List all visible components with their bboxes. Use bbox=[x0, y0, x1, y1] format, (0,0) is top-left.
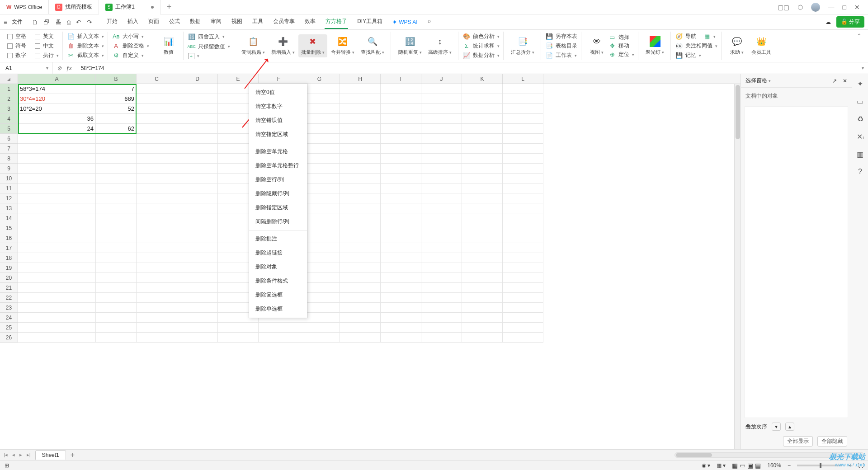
rowhead-10[interactable]: 10 bbox=[0, 174, 18, 183]
colhead-J[interactable]: J bbox=[421, 74, 462, 84]
cell-L17[interactable] bbox=[503, 243, 543, 253]
cell-B2[interactable]: 689 bbox=[96, 94, 137, 104]
cell-J22[interactable] bbox=[421, 293, 462, 303]
cell-K9[interactable] bbox=[462, 164, 503, 174]
cell-H7[interactable] bbox=[340, 144, 381, 154]
colhead-B[interactable]: B bbox=[96, 74, 137, 84]
cell-D19[interactable] bbox=[177, 263, 218, 273]
cell-J11[interactable] bbox=[421, 183, 462, 193]
cell-C25[interactable] bbox=[137, 323, 177, 333]
name-box[interactable]: A1 ▾ bbox=[0, 62, 52, 74]
cell-L15[interactable] bbox=[503, 223, 543, 233]
hamburger-icon[interactable]: ≡ bbox=[4, 19, 7, 26]
cell-D4[interactable] bbox=[177, 114, 218, 124]
cell-H6[interactable] bbox=[340, 134, 381, 144]
quick-btn-3[interactable]: ⎙ bbox=[67, 19, 71, 26]
cell-D16[interactable] bbox=[177, 233, 218, 243]
quick-btn-1[interactable]: 🗗 bbox=[43, 19, 50, 26]
cell-I5[interactable] bbox=[381, 124, 421, 134]
cell-K26[interactable] bbox=[462, 333, 503, 343]
cell-A1[interactable]: 58*3=174 bbox=[18, 84, 96, 94]
cell-K1[interactable] bbox=[462, 84, 503, 94]
file-menu[interactable]: 文件 bbox=[12, 18, 23, 26]
cell-L20[interactable] bbox=[503, 273, 543, 283]
btn-memtool[interactable]: 👑会员工具 bbox=[749, 34, 774, 57]
cell-D9[interactable] bbox=[177, 164, 218, 174]
cell-B21[interactable] bbox=[96, 283, 137, 293]
cell-B14[interactable] bbox=[96, 213, 137, 223]
cell-K11[interactable] bbox=[462, 183, 503, 193]
cell-J10[interactable] bbox=[421, 174, 462, 183]
cell-J24[interactable] bbox=[421, 313, 462, 323]
quick-btn-4[interactable]: ↶ bbox=[76, 19, 81, 26]
cell-I11[interactable] bbox=[381, 183, 421, 193]
cell-A19[interactable] bbox=[18, 263, 96, 273]
rowhead-5[interactable]: 5 bbox=[0, 124, 18, 134]
btn-round[interactable]: 四舍五入 bbox=[198, 33, 220, 41]
cell-J4[interactable] bbox=[421, 114, 462, 124]
sidetool-2[interactable]: ♻ bbox=[857, 115, 863, 123]
search-icon[interactable]: ⌕ bbox=[427, 15, 432, 29]
overlap-windows-icon[interactable]: ▢▢ bbox=[778, 4, 789, 11]
cell-H22[interactable] bbox=[340, 293, 381, 303]
btn-watchsame[interactable]: 关注相同值 bbox=[685, 42, 712, 50]
cell-I3[interactable] bbox=[381, 104, 421, 114]
cell-H18[interactable] bbox=[340, 253, 381, 263]
cell-C3[interactable] bbox=[137, 104, 177, 114]
cell-H2[interactable] bbox=[340, 94, 381, 104]
cell-A9[interactable] bbox=[18, 164, 96, 174]
cell-E25[interactable] bbox=[218, 323, 259, 333]
cell-B25[interactable] bbox=[96, 323, 137, 333]
cell-J6[interactable] bbox=[421, 134, 462, 144]
btn-case[interactable]: 大小写 bbox=[123, 33, 139, 40]
cell-B6[interactable] bbox=[96, 134, 137, 144]
zoom-out-button[interactable]: − bbox=[788, 462, 791, 469]
cell-I10[interactable] bbox=[381, 174, 421, 183]
cell-J3[interactable] bbox=[421, 104, 462, 114]
tab-视图[interactable]: 视图 bbox=[231, 15, 243, 29]
btn-custom[interactable]: 自定义 bbox=[123, 52, 139, 59]
cell-D24[interactable] bbox=[177, 313, 218, 323]
cell-H9[interactable] bbox=[340, 164, 381, 174]
cell-K18[interactable] bbox=[462, 253, 503, 263]
cell-J18[interactable] bbox=[421, 253, 462, 263]
cell-A15[interactable] bbox=[18, 223, 96, 233]
rowhead-13[interactable]: 13 bbox=[0, 203, 18, 213]
chevron-down-icon[interactable]: ▾ bbox=[769, 79, 771, 83]
cell-H4[interactable] bbox=[340, 114, 381, 124]
cell-K5[interactable] bbox=[462, 124, 503, 134]
menu-item-2[interactable]: 清空错误值 bbox=[249, 113, 307, 127]
cell-B7[interactable] bbox=[96, 144, 137, 154]
chk-cn[interactable]: 中文 bbox=[43, 42, 54, 50]
cell-A20[interactable] bbox=[18, 273, 96, 283]
btn-move[interactable]: 移动 bbox=[618, 42, 629, 50]
btn-coloranalyze[interactable]: 颜色分析 bbox=[473, 33, 495, 40]
cell-I26[interactable] bbox=[381, 333, 421, 343]
menu-item-4[interactable]: 删除空单元格 bbox=[249, 145, 307, 159]
cell-L7[interactable] bbox=[503, 144, 543, 154]
cell-A24[interactable] bbox=[18, 313, 96, 323]
cell-D26[interactable] bbox=[177, 333, 218, 343]
cell-I19[interactable] bbox=[381, 263, 421, 273]
cell-A5[interactable]: 24 bbox=[18, 124, 96, 134]
cell-B4[interactable] bbox=[96, 114, 137, 124]
cell-B1[interactable]: 7 bbox=[96, 84, 137, 94]
rowhead-8[interactable]: 8 bbox=[0, 154, 18, 164]
cell-H13[interactable] bbox=[340, 203, 381, 213]
btn-cuttxt[interactable]: 截取文本 bbox=[77, 52, 99, 59]
cell-K17[interactable] bbox=[462, 243, 503, 253]
cell-D20[interactable] bbox=[177, 273, 218, 283]
cell-C19[interactable] bbox=[137, 263, 177, 273]
rowhead-14[interactable]: 14 bbox=[0, 213, 18, 223]
menu-item-11[interactable]: 删除超链接 bbox=[249, 246, 307, 260]
cell-J25[interactable] bbox=[421, 323, 462, 333]
tab-app[interactable]: W WPS Office bbox=[0, 0, 49, 14]
sidetool-3[interactable]: ✕ᵢ bbox=[857, 132, 864, 141]
cell-J5[interactable] bbox=[421, 124, 462, 134]
cell-J8[interactable] bbox=[421, 154, 462, 164]
cell-B8[interactable] bbox=[96, 154, 137, 164]
colhead-D[interactable]: D bbox=[177, 74, 218, 84]
close-icon[interactable]: ✕ bbox=[854, 4, 860, 11]
cell-I25[interactable] bbox=[381, 323, 421, 333]
cell-D18[interactable] bbox=[177, 253, 218, 263]
